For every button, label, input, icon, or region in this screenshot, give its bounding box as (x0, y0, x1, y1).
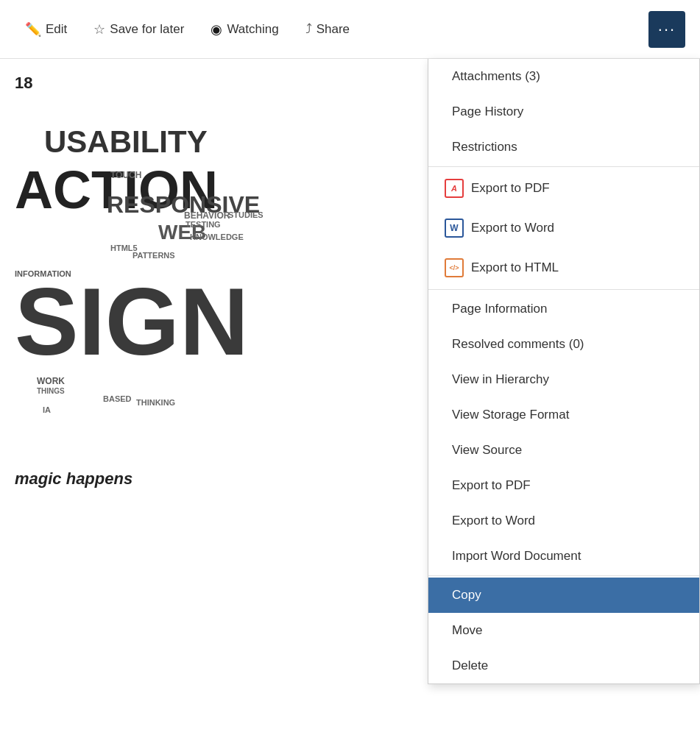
word-cloud-word: BASED (103, 395, 132, 403)
menu-item-label: Import Word Document (452, 549, 581, 564)
menu-item-label: View Storage Format (452, 408, 569, 422)
menu-item-view-hierarchy[interactable]: View in Hierarchy (428, 362, 699, 397)
menu-item-label: Export to Word (471, 221, 554, 235)
more-options-button[interactable]: ··· (648, 11, 685, 48)
menu-item-page-info[interactable]: Page Information (428, 291, 699, 327)
menu-divider (428, 575, 699, 576)
menu-item-label: Page Information (452, 302, 547, 316)
word-cloud-word: THINKING (136, 399, 175, 407)
word-cloud-word: PATTERNS (132, 252, 175, 260)
menu-item-resolved-comments[interactable]: Resolved comments (0) (428, 327, 699, 362)
menu-item-attachments[interactable]: Attachments (3) (428, 59, 699, 94)
page-number: 18 (15, 74, 412, 93)
menu-item-label: Delete (452, 658, 488, 673)
menu-item-label: Export to Word (452, 514, 535, 528)
menu-item-import-word[interactable]: Import Word Document (428, 539, 699, 574)
menu-item-copy[interactable]: Copy (428, 578, 699, 613)
edit-icon: ✏️ (25, 21, 41, 38)
toolbar: ✏️ Edit ☆ Save for later ◉ Watching ⤴ Sh… (0, 0, 700, 59)
word-cloud-word: TESTING (185, 221, 221, 229)
menu-item-label: Export to PDF (471, 181, 550, 196)
word-cloud-word: BEHAVIOR (184, 211, 230, 220)
menu-item-label: Export to PDF (452, 478, 531, 493)
edit-label: Edit (46, 22, 67, 37)
page-caption: magic happens (15, 469, 412, 489)
star-icon: ☆ (93, 21, 105, 38)
menu-item-label: Copy (452, 588, 481, 603)
dropdown-menu: Attachments (3)Page HistoryRestrictionsA… (428, 59, 700, 684)
menu-item-label: Resolved comments (0) (452, 337, 584, 352)
menu-item-label: Move (452, 623, 483, 638)
menu-item-label: Restrictions (452, 140, 517, 155)
word-cloud-word: IA (43, 406, 51, 414)
menu-item-delete[interactable]: Delete (428, 648, 699, 683)
menu-divider (428, 289, 699, 290)
menu-item-export-html[interactable]: </>Export to HTML (428, 248, 699, 288)
share-icon: ⤴ (305, 21, 312, 37)
word-cloud-word: SIGN (15, 274, 249, 369)
menu-item-label: View in Hierarchy (452, 372, 549, 387)
word-cloud: USABILITYACTIONSIGNRESPONSIVEWEBTOUCHHTM… (15, 104, 280, 458)
word-cloud-word: KNOWLEDGE (190, 233, 244, 241)
menu-item-page-history[interactable]: Page History (428, 94, 699, 129)
menu-divider (428, 166, 699, 167)
menu-item-restrictions[interactable]: Restrictions (428, 129, 699, 165)
html-icon: </> (445, 258, 464, 277)
word-cloud-word: USABILITY (44, 127, 208, 157)
menu-item-export-pdf-top[interactable]: AExport to PDF (428, 168, 699, 208)
word-cloud-word: INFORMATION (15, 270, 71, 278)
save-label: Save for later (110, 22, 184, 37)
more-label: ··· (658, 20, 676, 39)
page-content: 18 USABILITYACTIONSIGNRESPONSIVEWEBTOUCH… (0, 59, 427, 735)
eye-icon: ◉ (211, 21, 222, 38)
pdf-icon: A (445, 179, 464, 198)
share-button[interactable]: ⤴ Share (295, 15, 360, 43)
menu-item-view-storage[interactable]: View Storage Format (428, 397, 699, 433)
word-cloud-word: WORK (37, 377, 65, 386)
menu-item-move[interactable]: Move (428, 613, 699, 648)
menu-item-label: Export to HTML (471, 260, 559, 275)
word-cloud-word: TOUCH (110, 171, 141, 180)
word-cloud-word: THINGS (37, 388, 65, 395)
menu-item-export-word-bottom[interactable]: Export to Word (428, 503, 699, 539)
menu-item-label: View Source (452, 443, 522, 458)
save-for-later-button[interactable]: ☆ Save for later (83, 15, 194, 43)
menu-item-label: Attachments (3) (452, 69, 540, 84)
edit-button[interactable]: ✏️ Edit (15, 15, 77, 43)
menu-item-view-source[interactable]: View Source (428, 433, 699, 468)
watching-label: Watching (227, 22, 278, 37)
menu-item-export-pdf-bottom[interactable]: Export to PDF (428, 468, 699, 503)
watching-button[interactable]: ◉ Watching (200, 15, 289, 43)
menu-item-label: Page History (452, 104, 523, 119)
word-cloud-word: STUDIES (228, 211, 264, 219)
word-icon: W (445, 219, 464, 238)
menu-item-export-word-top[interactable]: WExport to Word (428, 208, 699, 248)
share-label: Share (317, 22, 350, 37)
